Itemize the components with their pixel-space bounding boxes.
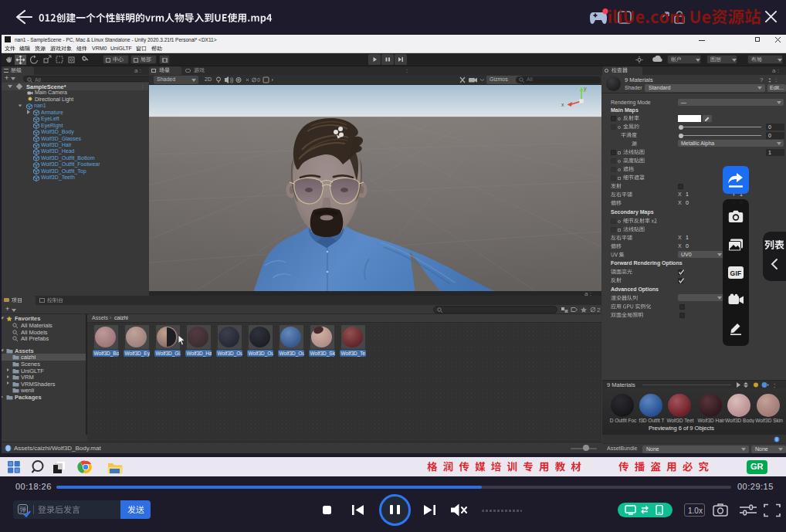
svg-text:x: x	[561, 102, 564, 107]
svg-text:2: 2	[597, 307, 601, 313]
svg-text:0: 0	[257, 77, 260, 83]
svg-text::: :	[774, 381, 776, 388]
svg-text:y: y	[584, 86, 587, 92]
